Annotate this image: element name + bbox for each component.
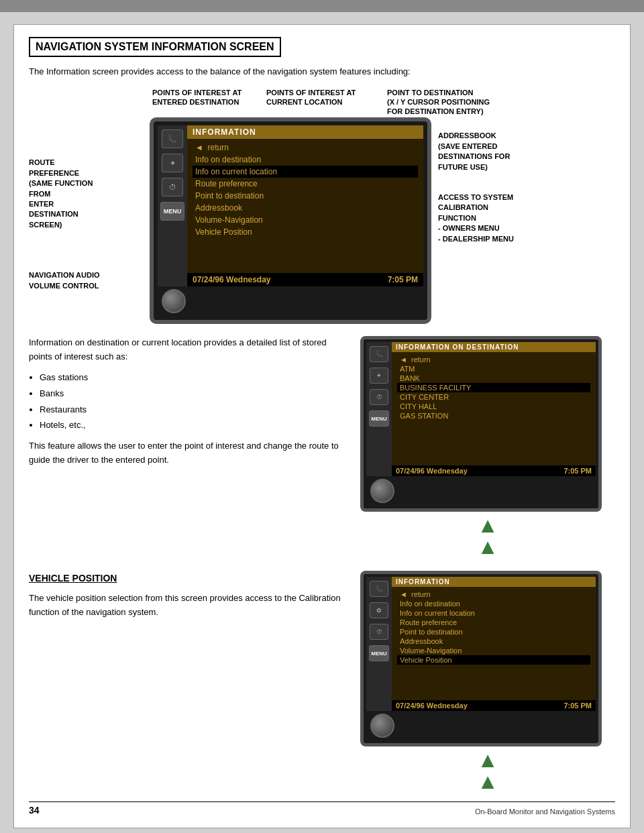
- screen2-status: 07/24/96 Wednesday 7:05 PM: [392, 465, 596, 476]
- middle-right: 📞 ✦ ⏱ MENU INFORMATION ON DESTINATION ◄ …: [360, 336, 615, 557]
- main-nav-screen: 📞 ✦ ⏱ MENU INFORMATION ◄ return Info on …: [150, 117, 431, 324]
- screen1-items: ◄ return Info on destination Info on cur…: [187, 139, 423, 273]
- screen2-knob-area: [366, 476, 596, 506]
- poi-bullet-list: Gas stations Banks Restaurants Hotels, e…: [40, 371, 347, 433]
- label-point-destination: POINT TO DESTINATION (X / Y CURSOR POSIT…: [387, 88, 508, 117]
- screen3: 📞 ✿ ⏱ MENU INFORMATION ◄ return Info on …: [360, 571, 602, 746]
- nav-sidebar: 📞 ✦ ⏱ MENU: [158, 125, 187, 286]
- screen3-item-return[interactable]: ◄ return: [397, 590, 590, 599]
- clock-btn[interactable]: ⏱: [162, 178, 183, 197]
- page-title: NAVIGATION SYSTEM INFORMATION SCREEN: [29, 37, 281, 57]
- bullet-hotels: Hotels, etc.,: [40, 419, 347, 433]
- screen2: 📞 ✦ ⏱ MENU INFORMATION ON DESTINATION ◄ …: [360, 336, 602, 512]
- arrow-up-1: ▲▲: [360, 514, 615, 557]
- bottom-section: VEHICLE POSITION The vehicle position se…: [29, 571, 615, 792]
- screen1-item-7[interactable]: Vehicle Position: [193, 226, 418, 238]
- screen3-phone-btn[interactable]: 📞: [370, 581, 388, 597]
- screen2-items: ◄ return ATM BANK BUSINESS FACILITY CITY…: [392, 352, 596, 465]
- diagram-area: POINTS OF INTEREST AT ENTERED DESTINATIO…: [29, 88, 615, 325]
- label-points-current: POINTS OF INTEREST AT CURRENT LOCATION: [266, 88, 380, 117]
- label-points-entered: POINTS OF INTEREST AT ENTERED DESTINATIO…: [152, 88, 260, 117]
- screen2-star-btn[interactable]: ✦: [370, 368, 388, 384]
- right-labels: ADDRESSBOOK (SAVE ENTERED DESTINATIONS F…: [438, 117, 514, 264]
- bottom-right: 📞 ✿ ⏱ MENU INFORMATION ◄ return Info on …: [360, 571, 615, 792]
- screen3-clock-btn[interactable]: ⏱: [370, 624, 388, 640]
- label-access-calibration: ACCESS TO SYSTEM CALIBRATION FUNCTION - …: [438, 192, 514, 244]
- screen3-display: INFORMATION ◄ return Info on destination…: [392, 577, 596, 711]
- phone-btn[interactable]: 📞: [162, 129, 183, 148]
- label-addressbook: ADDRESSBOOK (SAVE ENTERED DESTINATIONS F…: [438, 131, 514, 172]
- left-labels: ROUTE PREFERENCE (SAME FUNCTION FROM ENT…: [29, 117, 150, 291]
- screen2-display: INFORMATION ON DESTINATION ◄ return ATM …: [392, 342, 596, 476]
- screen1-item-1[interactable]: Info on destination: [193, 154, 418, 166]
- vehicle-position-heading: VEHICLE POSITION: [29, 571, 347, 586]
- screen3-item-1[interactable]: Info on destination: [397, 599, 590, 608]
- middle-left: Information on destination or current lo…: [29, 336, 347, 557]
- star-btn[interactable]: ✦: [162, 154, 183, 172]
- arrow-up-2: ▲▲: [360, 749, 615, 792]
- bullet-gas: Gas stations: [40, 371, 347, 385]
- screen3-item-7[interactable]: Vehicle Position: [397, 655, 590, 665]
- screen1-item-return[interactable]: ◄ return: [193, 142, 418, 154]
- label-route-pref: ROUTE PREFERENCE (SAME FUNCTION FROM ENT…: [29, 158, 150, 230]
- screen1-item-3[interactable]: Route preference: [193, 178, 418, 190]
- screen2-item-business[interactable]: BUSINESS FACILITY: [397, 383, 590, 392]
- screen1-item-5[interactable]: Addressbook: [193, 202, 418, 214]
- vehicle-position-text: The vehicle position selection from this…: [29, 592, 347, 620]
- screen2-item-cityhall[interactable]: CITY HALL: [397, 402, 590, 411]
- label-nav-audio: NAVIGATION AUDIO VOLUME CONTROL: [29, 270, 150, 291]
- screen3-item-2[interactable]: Info on current location: [397, 608, 590, 618]
- screen1-status: 07/24/96 Wednesday 7:05 PM: [187, 273, 423, 286]
- screen2-item-citycenter[interactable]: CITY CENTER: [397, 392, 590, 402]
- screen2-item-bank[interactable]: BANK: [397, 374, 590, 383]
- middle-section: Information on destination or current lo…: [29, 336, 615, 557]
- bullet-banks: Banks: [40, 387, 347, 401]
- screen1-title: INFORMATION: [187, 125, 423, 139]
- screen2-sidebar: 📞 ✦ ⏱ MENU: [366, 342, 392, 476]
- nav-display: INFORMATION ◄ return Info on destination…: [187, 125, 423, 286]
- bullet-restaurants: Restaurants: [40, 403, 347, 417]
- knob-area: [158, 286, 423, 316]
- screen2-phone-btn[interactable]: 📞: [370, 346, 388, 362]
- screen3-status: 07/24/96 Wednesday 7:05 PM: [392, 700, 596, 711]
- screen3-fan-btn[interactable]: ✿: [370, 602, 388, 618]
- screen3-item-5[interactable]: Addressbook: [397, 636, 590, 646]
- screen3-knob-area: [366, 711, 596, 740]
- screen1-item-2[interactable]: Info on current location: [193, 166, 418, 178]
- screen1-item-6[interactable]: Volume-Navigation: [193, 214, 418, 226]
- page-footer: 34 On-Board Monitor and Navigation Syste…: [29, 801, 615, 816]
- screen2-item-return[interactable]: ◄ return: [397, 355, 590, 364]
- screen2-menu-btn[interactable]: MENU: [369, 410, 389, 427]
- screen3-sidebar: 📞 ✿ ⏱ MENU: [366, 577, 392, 711]
- nav-knob[interactable]: [162, 289, 186, 313]
- screen2-item-atm[interactable]: ATM: [397, 364, 590, 374]
- menu-btn[interactable]: MENU: [160, 202, 184, 221]
- screen3-item-4[interactable]: Point to destination: [397, 627, 590, 636]
- info-destination-text: Information on destination or current lo…: [29, 336, 347, 364]
- bottom-left: VEHICLE POSITION The vehicle position se…: [29, 571, 347, 792]
- screen3-menu-btn[interactable]: MENU: [369, 645, 389, 661]
- screen2-item-gasstation[interactable]: GAS STATION: [397, 411, 590, 421]
- footer-subtitle: On-Board Monitor and Navigation Systems: [475, 808, 615, 816]
- screen2-title: INFORMATION ON DESTINATION: [392, 342, 596, 352]
- screen2-clock-btn[interactable]: ⏱: [370, 389, 388, 405]
- screen3-items: ◄ return Info on destination Info on cur…: [392, 587, 596, 700]
- screen3-item-3[interactable]: Route preference: [397, 618, 590, 627]
- screen1-item-4[interactable]: Point to destination: [193, 190, 418, 202]
- feature-text: This feature allows the user to enter th…: [29, 439, 347, 467]
- intro-text: The Information screen provides access t…: [29, 65, 615, 78]
- screen3-item-6[interactable]: Volume-Navigation: [397, 646, 590, 655]
- page-number: 34: [29, 805, 40, 816]
- screen2-knob[interactable]: [370, 479, 394, 503]
- screen3-title: INFORMATION: [392, 577, 596, 587]
- screen3-knob[interactable]: [370, 714, 394, 738]
